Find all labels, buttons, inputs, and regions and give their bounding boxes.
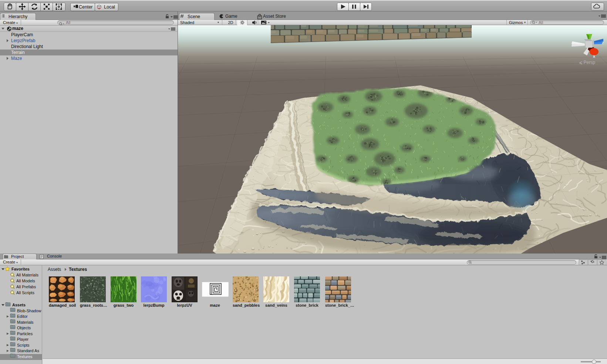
svg-text:Center: Center xyxy=(79,4,93,10)
svg-text:⩽ Persp: ⩽ Persp xyxy=(579,60,595,65)
svg-text:y: y xyxy=(587,27,590,32)
svg-text:Local: Local xyxy=(104,4,115,10)
svg-text:z: z xyxy=(602,40,604,45)
svg-text:x: x xyxy=(593,54,596,58)
